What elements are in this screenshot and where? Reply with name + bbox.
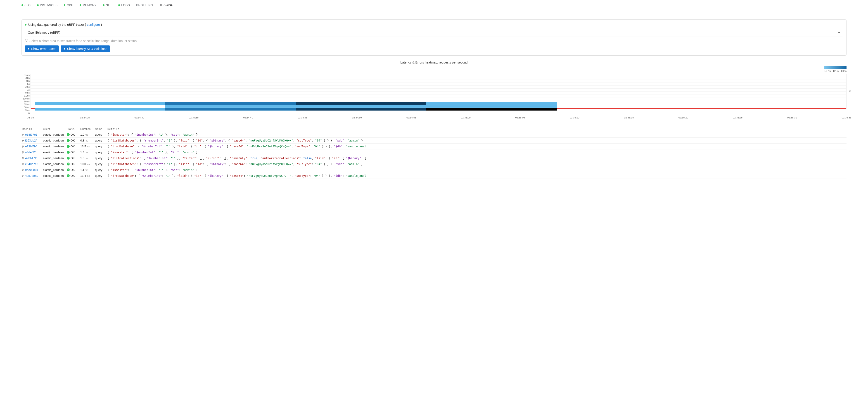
trace-id-link[interactable]: f163db2f bbox=[25, 139, 37, 142]
x-tick: 02:35:15 bbox=[624, 116, 634, 119]
show-latency-slo-button[interactable]: Show latency SLO violations bbox=[61, 45, 110, 52]
trace-id-link[interactable]: 49bb47fc bbox=[25, 156, 37, 160]
y-tick: errors bbox=[24, 74, 31, 76]
check-icon: ✓ bbox=[67, 162, 70, 165]
svg-rect-9 bbox=[22, 147, 23, 147]
tab-profiling[interactable]: PROFILING bbox=[136, 3, 153, 9]
status-text: OK bbox=[70, 174, 75, 178]
duration-cell: 1.0ms bbox=[80, 133, 95, 136]
heatmap-cell[interactable] bbox=[296, 105, 426, 107]
tab-label: SLO bbox=[24, 3, 31, 7]
show-error-traces-button[interactable]: Show error traces bbox=[25, 45, 59, 52]
lightbulb-icon bbox=[25, 39, 28, 42]
svg-rect-13 bbox=[22, 157, 24, 158]
status-text: OK bbox=[70, 168, 75, 171]
hint-text: Select a chart area to see traces for a … bbox=[29, 39, 137, 43]
y-tick: 0.25s bbox=[24, 94, 31, 97]
svg-rect-1 bbox=[22, 134, 24, 134]
trace-id-link[interactable]: a4def22b bbox=[25, 151, 37, 154]
table-row: 49bb47fcelastic_bardeen✓OK1.3msquery{ "l… bbox=[22, 155, 846, 161]
legend-max: 0.2/s bbox=[841, 70, 846, 72]
client-cell: elastic_bardeen bbox=[43, 151, 67, 154]
duration-cell: 1.3ms bbox=[80, 156, 95, 160]
tab-label: LOGS bbox=[121, 3, 130, 7]
client-cell: elastic_bardeen bbox=[43, 168, 67, 171]
crosshair-icon[interactable]: ⊕ bbox=[849, 89, 851, 92]
tab-logs[interactable]: LOGS bbox=[118, 3, 130, 9]
x-tick: 02:35:05 bbox=[515, 116, 525, 119]
trace-id-link[interactable]: 48b7b8a0 bbox=[25, 174, 38, 178]
client-cell: elastic_bardeen bbox=[43, 156, 67, 160]
duration-cell: 1.4ms bbox=[80, 151, 95, 154]
status-text: OK bbox=[70, 139, 75, 142]
legend-mid: 0.1/s bbox=[833, 70, 839, 72]
btn-error-label: Show error traces bbox=[31, 47, 56, 51]
status-dot-icon bbox=[118, 4, 120, 6]
trace-icon bbox=[22, 175, 24, 177]
heatmap-cell[interactable] bbox=[35, 102, 165, 105]
details-cell: { "dropDatabase": { "$numberInt": "1" },… bbox=[107, 145, 846, 148]
details-cell: { "listDatabases": { "$numberInt": "1" }… bbox=[107, 162, 846, 166]
status-dot-icon bbox=[103, 4, 104, 6]
svg-rect-23 bbox=[22, 176, 24, 176]
table-row: 48b7b8a0elastic_bardeen✓OK11.4msquery{ "… bbox=[22, 173, 846, 179]
status-cell: ✓OK bbox=[67, 174, 80, 178]
trace-id-link[interactable]: e88f77e3 bbox=[25, 133, 37, 136]
heatmap-cell[interactable] bbox=[426, 102, 557, 105]
tab-instances[interactable]: INSTANCES bbox=[37, 3, 58, 9]
details-cell: { "ismaster": { "$numberInt": "1" }, "$d… bbox=[107, 133, 846, 136]
table-row: e33bf6bfelastic_bardeen✓OK13.5msquery{ "… bbox=[22, 144, 846, 149]
svg-rect-10 bbox=[22, 152, 24, 152]
client-cell: elastic_bardeen bbox=[43, 174, 67, 178]
heatmap-cell[interactable] bbox=[165, 108, 296, 111]
heatmap-cell[interactable] bbox=[35, 108, 165, 111]
heatmap-cell[interactable] bbox=[426, 108, 557, 111]
y-tick: 0.5s bbox=[25, 91, 31, 94]
trace-id-link[interactable]: 9be00894 bbox=[25, 168, 38, 171]
heatmap-plot[interactable] bbox=[31, 74, 846, 109]
trace-id-link[interactable]: e640b7e3 bbox=[25, 162, 38, 166]
y-tick: 1s bbox=[27, 88, 31, 91]
heatmap-cell[interactable] bbox=[296, 108, 426, 111]
heatmap-cell[interactable] bbox=[165, 105, 296, 107]
status-text: OK bbox=[70, 145, 75, 148]
name-cell: query bbox=[95, 168, 107, 171]
heatmap-chart[interactable]: errors>10s10s5s2.5s1s0.5s0.25s100ms50ms2… bbox=[22, 74, 846, 115]
x-tick: 02:34:45 bbox=[298, 116, 307, 119]
y-tick: 10ms bbox=[24, 106, 31, 109]
col-status: Status bbox=[67, 127, 80, 131]
tab-slo[interactable]: SLO bbox=[22, 3, 31, 9]
tab-net[interactable]: NET bbox=[103, 3, 112, 9]
name-cell: query bbox=[95, 162, 107, 166]
tab-memory[interactable]: MEMORY bbox=[80, 3, 96, 9]
heatmap-cell[interactable] bbox=[426, 105, 557, 107]
tracer-select[interactable]: OpenTelemetry (eBPF) bbox=[25, 29, 843, 36]
heatmap-cell[interactable] bbox=[296, 102, 426, 105]
status-cell: ✓OK bbox=[67, 156, 80, 160]
check-icon: ✓ bbox=[67, 145, 70, 148]
tab-tracing[interactable]: TRACING bbox=[159, 3, 174, 9]
x-tick: 02:34:40 bbox=[243, 116, 253, 119]
svg-rect-7 bbox=[22, 146, 24, 146]
col-client: Client bbox=[43, 127, 67, 131]
name-cell: query bbox=[95, 151, 107, 154]
check-icon: ✓ bbox=[67, 133, 70, 136]
x-tick: 02:35:35 bbox=[842, 116, 851, 119]
status-text: OK bbox=[70, 151, 75, 154]
x-tick: 02:35:20 bbox=[679, 116, 688, 119]
slo-threshold-line bbox=[31, 90, 846, 90]
col-duration: Duration bbox=[80, 127, 95, 131]
configure-link[interactable]: configure bbox=[87, 23, 100, 26]
tab-cpu[interactable]: CPU bbox=[64, 3, 73, 9]
status-dot-icon bbox=[22, 4, 23, 6]
trace-id-link[interactable]: e33bf6bf bbox=[25, 145, 37, 148]
btn-latency-label: Show latency SLO violations bbox=[67, 47, 107, 51]
svg-rect-24 bbox=[22, 176, 23, 177]
trace-icon bbox=[22, 133, 24, 136]
name-cell: query bbox=[95, 156, 107, 160]
trace-icon bbox=[22, 145, 24, 148]
heatmap-cell[interactable] bbox=[165, 102, 296, 105]
y-tick: 0 bbox=[28, 112, 31, 115]
table-row: e88f77e3elastic_bardeen✓OK1.0msquery{ "i… bbox=[22, 132, 846, 138]
status-cell: ✓OK bbox=[67, 168, 80, 171]
